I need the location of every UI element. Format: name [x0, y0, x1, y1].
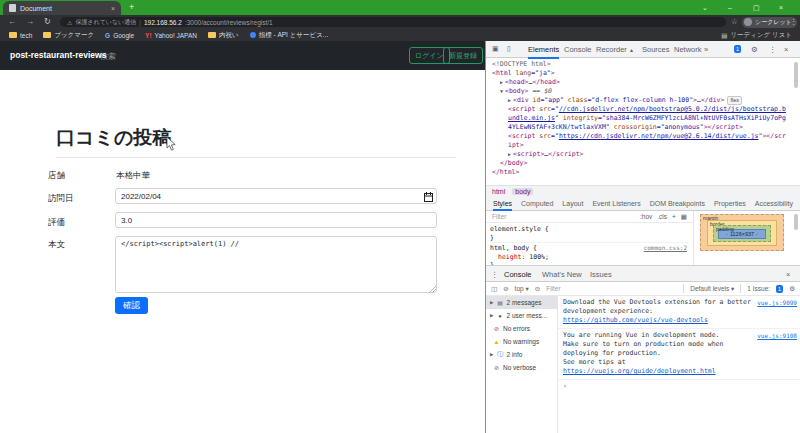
- drawer-tab-issues[interactable]: Issues: [590, 270, 612, 279]
- cls-toggle[interactable]: .cls: [657, 213, 667, 220]
- elements-tree[interactable]: <!DOCTYPE html> <html lang="ja"> ▶<head>…: [486, 58, 800, 185]
- levels-dropdown[interactable]: Default levels ▾: [690, 285, 734, 293]
- crumb-html[interactable]: html: [492, 188, 505, 195]
- message-source-link[interactable]: vue.js:9108: [757, 331, 797, 340]
- bookmark-yahoo[interactable]: Y! Yahoo! JAPAN: [145, 32, 197, 39]
- styles-filter-input[interactable]: Filter: [492, 213, 635, 220]
- hov-toggle[interactable]: :hov: [640, 213, 652, 220]
- elements-scrollbar[interactable]: [794, 62, 798, 88]
- bookmark-folder[interactable]: ブックマーク: [43, 31, 94, 40]
- browser-tab[interactable]: Document ×: [3, 1, 121, 15]
- tab-close-icon[interactable]: ×: [111, 5, 115, 12]
- sidebar-warnings[interactable]: ▲No warnings: [486, 335, 557, 348]
- rating-input[interactable]: [115, 212, 437, 228]
- box-padding[interactable]: padding - 1126×937 -: [713, 225, 771, 242]
- message-source-link[interactable]: vue.js:9099: [757, 298, 797, 307]
- tab-event-listeners[interactable]: Event Listeners: [592, 200, 640, 207]
- tab-properties[interactable]: Properties: [714, 200, 746, 207]
- confirm-button[interactable]: 確認: [115, 297, 148, 314]
- back-icon[interactable]: ←: [8, 17, 16, 26]
- profile-chip[interactable]: シークレット: [742, 17, 797, 28]
- drawer-menu-icon[interactable]: ⋮: [491, 270, 499, 279]
- stylesheet-link[interactable]: common.css:2: [644, 244, 687, 253]
- tab-recorder[interactable]: Recorder: [596, 45, 627, 54]
- device-toolbar-icon[interactable]: ▯: [507, 45, 511, 53]
- issues-counter-label[interactable]: 1 Issue:: [747, 285, 770, 292]
- sidebar-errors[interactable]: ⊘No errors: [486, 322, 557, 335]
- devtools-menu-icon[interactable]: ⋮: [769, 45, 777, 54]
- new-rule-button[interactable]: +: [672, 213, 676, 220]
- rule-html-body[interactable]: common.css:2 html, body { height: 100%; …: [490, 244, 689, 265]
- more-tabs-icon[interactable]: »: [704, 45, 708, 54]
- bookmark-api-metrics[interactable]: 指標 - API とサービス...: [250, 31, 329, 40]
- tab-dom-breakpoints[interactable]: DOM Breakpoints: [650, 200, 705, 207]
- issues-counter-badge[interactable]: 1: [776, 285, 783, 293]
- drawer-close-icon[interactable]: ×: [786, 270, 790, 279]
- console-prompt[interactable]: ›: [558, 380, 800, 393]
- tab-computed[interactable]: Computed: [521, 200, 553, 207]
- address-bar[interactable]: ⚠ 保護されていない通信 | 192.168.56.2 :3000/accoun…: [60, 17, 726, 27]
- rule-element-style[interactable]: element.style { }: [490, 225, 689, 243]
- styles-scrollbar[interactable]: [794, 214, 798, 230]
- console-message-dev-mode[interactable]: vue.js:9108 You are running Vue in devel…: [558, 329, 800, 380]
- issues-badge[interactable]: 1: [734, 45, 741, 53]
- grid-icon[interactable]: ▦: [681, 213, 687, 221]
- reload-icon[interactable]: ↻: [44, 17, 51, 26]
- calendar-icon[interactable]: [424, 192, 433, 202]
- window-maximize-icon[interactable]: ▢: [753, 4, 760, 11]
- property-value[interactable]: 100%;: [525, 253, 548, 261]
- drawer-tab-whats-new[interactable]: What's New: [542, 270, 582, 279]
- expand-icon[interactable]: ▶: [500, 79, 503, 85]
- expand-icon[interactable]: ▶: [508, 97, 511, 103]
- devtools-github-link[interactable]: https://github.com/vuejs/vue-devtools: [563, 316, 708, 324]
- devtools-settings-icon[interactable]: ⚙: [751, 45, 758, 54]
- deployment-tips-link[interactable]: https://vuejs.org/guide/deployment.html: [563, 367, 716, 375]
- console-settings-icon[interactable]: ⚙: [789, 285, 795, 293]
- console-filter-input[interactable]: Filter: [546, 285, 677, 292]
- bookmark-tech[interactable]: tech: [9, 32, 32, 39]
- window-close-icon[interactable]: ×: [779, 4, 783, 11]
- collapse-icon[interactable]: ▼: [500, 88, 503, 94]
- tab-layout[interactable]: Layout: [562, 200, 583, 207]
- tab-console[interactable]: Console: [564, 45, 592, 54]
- sidebar-all-messages[interactable]: ▶▤2 messages: [486, 296, 557, 309]
- bookmark-uchiiwai[interactable]: 内祝い: [208, 31, 239, 40]
- nav-search-link[interactable]: 検索: [100, 51, 116, 62]
- eye-icon[interactable]: ⊙: [535, 285, 540, 293]
- crumb-body[interactable]: body: [512, 188, 533, 195]
- vue-src-link[interactable]: https://cdn.jsdelivr.net/npm/vue@2.6.14/…: [559, 132, 759, 140]
- browser-menu-icon[interactable]: ⋮: [790, 17, 798, 26]
- bookmark-google[interactable]: G Google: [105, 32, 134, 39]
- not-secure-icon[interactable]: ⚠: [67, 19, 72, 26]
- site-brand[interactable]: post-restaurant-reviews: [10, 50, 106, 60]
- register-button[interactable]: 新規登録: [443, 47, 483, 64]
- body-textarea[interactable]: </script><script>alert(1) //: [115, 236, 437, 293]
- tab-elements[interactable]: Elements: [528, 45, 559, 54]
- textarea-resize-handle[interactable]: [429, 286, 436, 293]
- property-name[interactable]: height:: [490, 253, 525, 261]
- window-minimize-icon[interactable]: –: [728, 4, 732, 11]
- bookmark-star-icon[interactable]: ☆: [731, 17, 738, 26]
- new-tab-button[interactable]: +: [129, 2, 134, 12]
- drawer-tab-console[interactable]: Console: [504, 270, 532, 279]
- flex-badge[interactable]: flex: [727, 96, 742, 105]
- context-selector[interactable]: top ▾: [515, 285, 529, 293]
- expand-icon[interactable]: ▶: [508, 151, 511, 157]
- box-margin[interactable]: margin border padding - 1126×937 -: [700, 214, 784, 251]
- console-sidebar-toggle-icon[interactable]: ◫: [491, 285, 497, 293]
- tab-accessibility[interactable]: Accessibility: [755, 200, 793, 207]
- console-message-vue-devtools[interactable]: vue.js:9099 Download the Vue Devtools ex…: [558, 296, 800, 329]
- window-pin-icon[interactable]: ⌄: [702, 4, 708, 11]
- visit-date-input[interactable]: [115, 188, 437, 204]
- forward-icon[interactable]: →: [26, 17, 34, 26]
- tab-sources[interactable]: Sources: [642, 45, 670, 54]
- sidebar-verbose[interactable]: ⊘No verbose: [486, 361, 557, 374]
- clear-console-icon[interactable]: ⊘: [503, 285, 508, 293]
- box-border[interactable]: border padding - 1126×937 -: [707, 220, 777, 246]
- tab-network[interactable]: Network: [674, 45, 702, 54]
- tab-styles[interactable]: Styles: [493, 200, 512, 207]
- devtools-close-icon[interactable]: ×: [784, 45, 788, 54]
- sidebar-user-messages[interactable]: ▶●2 user mess...: [486, 309, 557, 322]
- reading-list-button[interactable]: ▤ リーディング リスト: [721, 31, 792, 40]
- inspect-element-icon[interactable]: ▣: [492, 45, 499, 53]
